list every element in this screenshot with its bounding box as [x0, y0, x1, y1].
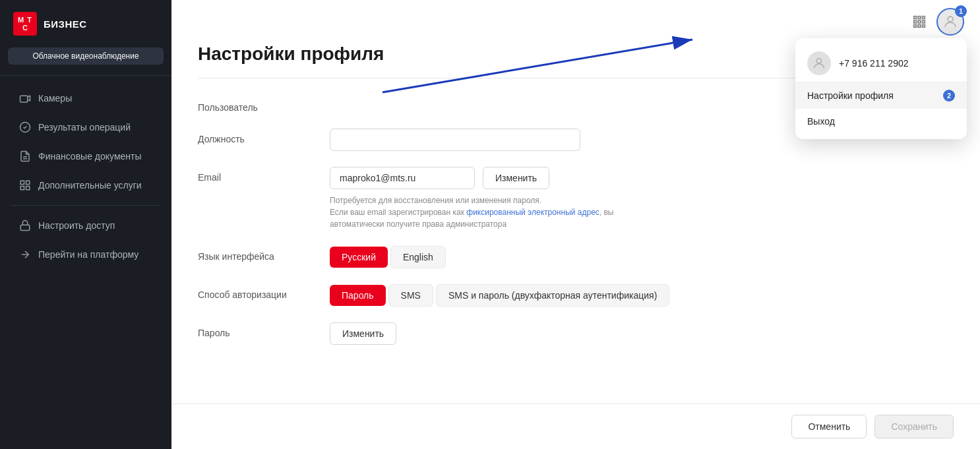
auth-sms-button[interactable]: SMS [388, 284, 433, 307]
cancel-button[interactable]: Отменить [791, 415, 867, 438]
dropdown-logout[interactable]: Выход [795, 109, 967, 134]
dropdown-badge: 2 [943, 90, 955, 102]
password-change-button[interactable]: Изменить [330, 322, 396, 345]
auth-twofactor-button[interactable]: SMS и пароль (двухфакторная аутентификац… [436, 284, 669, 307]
svg-rect-4 [20, 181, 24, 184]
arrow-right-icon [18, 248, 32, 261]
email-hint-text1: Потребуется для восстановления или измен… [330, 196, 541, 205]
avatar-badge: 1 [955, 5, 967, 17]
sidebar-logo: М Т С БИЗНЕС [0, 0, 171, 47]
sidebar-item-cameras[interactable]: Камеры [5, 84, 166, 112]
email-control: Изменить Потребуется для восстановления … [330, 167, 725, 230]
password-label: Пароль [198, 322, 317, 338]
sidebar-item-extra-label: Дополнительные услуги [38, 180, 142, 191]
auth-password-button[interactable]: Пароль [330, 285, 386, 306]
main-content: 1 +7 916 211 2902 Настройки профиля 2 Вы… [171, 0, 980, 449]
dropdown-user-row: +7 916 211 2902 [795, 44, 967, 82]
lang-ru-button[interactable]: Русский [330, 247, 388, 268]
dropdown-popup: +7 916 211 2902 Настройки профиля 2 Выхо… [795, 38, 967, 139]
svg-rect-18 [914, 25, 917, 28]
form-row-password: Пароль Изменить [198, 322, 954, 345]
form-row-language: Язык интерфейса Русский English [198, 246, 954, 268]
email-label: Email [198, 167, 317, 183]
sidebar-section-divider [11, 205, 161, 206]
email-hint: Потребуется для восстановления или измен… [330, 195, 633, 230]
svg-rect-5 [26, 181, 30, 184]
lang-en-button[interactable]: English [390, 246, 446, 268]
sidebar-item-cameras-label: Камеры [38, 93, 72, 104]
svg-rect-0 [20, 96, 28, 102]
camera-icon [18, 92, 32, 105]
sidebar: М Т С БИЗНЕС Облачное видеонаблюдение Ка… [0, 0, 171, 449]
page-footer: Отменить Сохранить [171, 404, 980, 449]
document-icon [18, 150, 32, 163]
auth-control: Пароль SMS SMS и пароль (двухфакторная а… [330, 284, 725, 307]
dropdown-phone: +7 916 211 2902 [839, 58, 909, 69]
svg-rect-8 [20, 225, 30, 230]
check-circle-icon [18, 121, 32, 134]
email-hint-text2: Если ваш email зарегистрирован как [330, 208, 466, 217]
topbar-icons: 1 [907, 8, 964, 36]
form-row-auth: Способ авторизации Пароль SMS SMS и паро… [198, 284, 954, 307]
avatar-button[interactable]: 1 [936, 8, 964, 36]
sidebar-item-platform[interactable]: Перейти на платформу [5, 241, 166, 268]
svg-rect-12 [914, 16, 917, 19]
position-label: Должность [198, 129, 317, 144]
brand-name: БИЗНЕС [44, 18, 87, 30]
svg-rect-13 [918, 16, 921, 19]
password-control: Изменить [330, 322, 725, 345]
sidebar-item-access[interactable]: Настроить доступ [5, 212, 166, 239]
svg-rect-6 [20, 187, 24, 190]
dropdown-avatar-icon [807, 51, 831, 75]
sidebar-item-operations-label: Результаты операций [38, 122, 131, 133]
email-change-button[interactable]: Изменить [483, 167, 549, 189]
form-row-email: Email Изменить Потребуется для восстанов… [198, 167, 954, 230]
sidebar-nav: Камеры Результаты операций Финансовые до… [0, 80, 171, 449]
user-label: Пользователь [198, 97, 317, 113]
sidebar-item-access-label: Настроить доступ [38, 220, 115, 231]
svg-point-22 [816, 59, 821, 63]
sidebar-badge[interactable]: Облачное видеонаблюдение [8, 47, 164, 65]
svg-rect-7 [26, 187, 30, 190]
email-hint-link[interactable]: фиксированный электронный адрес [466, 208, 599, 217]
language-control: Русский English [330, 246, 725, 268]
logo-box: М Т С [13, 12, 37, 36]
apps-grid-icon [18, 179, 32, 192]
sidebar-divider [0, 75, 171, 76]
email-input[interactable] [330, 167, 475, 189]
svg-rect-19 [918, 25, 921, 28]
auth-method-buttons: Пароль SMS SMS и пароль (двухфакторная а… [330, 284, 725, 307]
dropdown-logout-label: Выход [807, 116, 835, 127]
language-label: Язык интерфейса [198, 246, 317, 262]
position-input[interactable] [330, 129, 580, 151]
language-buttons: Русский English [330, 246, 725, 268]
auth-label: Способ авторизации [198, 284, 317, 300]
svg-rect-15 [914, 20, 917, 23]
lock-icon [18, 219, 32, 232]
sidebar-item-platform-label: Перейти на платформу [38, 249, 138, 260]
topbar: 1 +7 916 211 2902 Настройки профиля 2 Вы… [171, 0, 980, 44]
svg-point-21 [948, 16, 953, 22]
svg-rect-17 [923, 20, 925, 23]
grid-apps-button[interactable] [907, 10, 931, 34]
svg-rect-20 [923, 25, 925, 28]
position-control [330, 129, 725, 151]
svg-rect-16 [918, 20, 921, 23]
sidebar-item-finance-label: Финансовые документы [38, 151, 142, 162]
email-row: Изменить [330, 167, 725, 189]
dropdown-profile-label: Настройки профиля [807, 90, 894, 101]
sidebar-item-finance[interactable]: Финансовые документы [5, 142, 166, 170]
sidebar-item-operations[interactable]: Результаты операций [5, 113, 166, 141]
dropdown-profile-settings[interactable]: Настройки профиля 2 [795, 82, 967, 109]
svg-rect-14 [923, 16, 925, 19]
save-button[interactable]: Сохранить [874, 415, 954, 438]
sidebar-item-extra[interactable]: Дополнительные услуги [5, 171, 166, 199]
